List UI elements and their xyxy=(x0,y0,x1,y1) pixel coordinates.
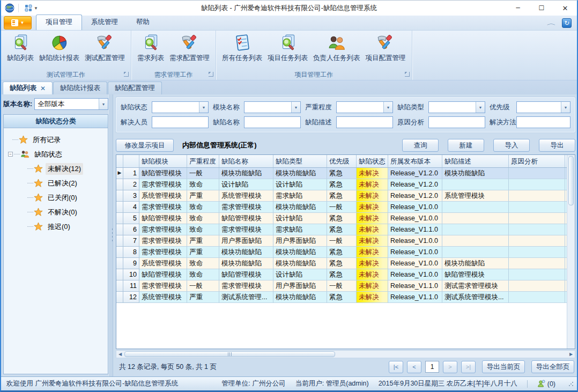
table-row[interactable]: 11 需求管理模块 一般 需求管理模块 用户界面缺陷 一般 未解决 Releas… xyxy=(116,280,567,292)
owner-tasks-button[interactable]: 负责人任务列表 xyxy=(310,33,363,64)
table-row[interactable]: 3 系统管理模块 严重 系统管理模块 需求缺陷 紧急 未解决 Release_V… xyxy=(116,190,567,202)
chevron-down-icon[interactable]: ▼ xyxy=(383,102,392,113)
table-row[interactable]: ▶ 1 缺陷管理模块 一般 模块功能缺陷 模块功能缺陷 紧急 未解决 Relea… xyxy=(116,168,567,179)
tree-item-closed[interactable]: 已关闭(0) xyxy=(7,190,106,205)
chevron-down-icon[interactable]: ▼ xyxy=(199,102,208,113)
requirement-list-button[interactable]: 需求列表 xyxy=(135,33,167,64)
chevron-down-icon[interactable]: ▼ xyxy=(476,102,485,113)
app-menu-button[interactable]: ▼ xyxy=(4,16,32,29)
resize-grip[interactable] xyxy=(568,381,574,387)
tree-item-postponed[interactable]: 推迟(0) xyxy=(7,219,106,234)
project-config-button[interactable]: 项目配置管理 xyxy=(363,33,409,64)
quick-access-toolbar-button[interactable]: ▼ xyxy=(23,3,40,13)
column-header[interactable]: 缺陷模块 xyxy=(139,155,187,167)
doc-tab-defect-report[interactable]: 缺陷统计报表 xyxy=(53,82,107,94)
defect-desc-filter-input[interactable] xyxy=(336,116,393,128)
managing-org: 管理单位: 广州分公司 xyxy=(221,379,285,388)
horizontal-scrollbar[interactable]: ◀ ▶ xyxy=(116,350,575,358)
modify-columns-button[interactable]: 修改显示项目 xyxy=(116,139,174,152)
sidebar: 版本名称: 全部版本 ▼ 缺陷状态分类 所有记录 − xyxy=(1,94,108,376)
collapse-minus-icon[interactable]: − xyxy=(8,152,13,157)
column-header[interactable]: 缺陷描述 xyxy=(442,155,509,167)
import-button[interactable]: 导入 xyxy=(493,139,530,152)
close-button[interactable]: ✕ xyxy=(553,1,577,16)
query-button[interactable]: 查询 xyxy=(402,139,439,152)
table-row[interactable]: 9 系统管理模块 致命 模块功能缺陷 模块功能缺陷 紧急 未解决 Release… xyxy=(116,258,567,269)
all-tasks-button[interactable]: 所有任务列表 xyxy=(219,33,265,64)
column-header[interactable]: 缺陷状态 xyxy=(357,155,388,167)
cause-analysis-filter-input[interactable] xyxy=(428,116,485,128)
defect-status-filter-select[interactable]: ▼ xyxy=(152,101,209,113)
test-config-button[interactable]: 测试配置管理 xyxy=(82,33,128,64)
module-name-filter-select[interactable]: ▼ xyxy=(244,101,301,113)
defect-status-panel: 缺陷状态分类 所有记录 − 缺陷状态 xyxy=(3,114,108,374)
prev-page-button[interactable]: < xyxy=(407,361,421,373)
scrollbar-thumb[interactable] xyxy=(124,351,335,357)
welcome-text: 欢迎使用 广州爱奇迪软件科技有限公司-缺陷信息管理系统 xyxy=(6,379,178,388)
ribbon-tab-help[interactable]: 帮助 xyxy=(127,15,159,30)
severity-filter-select[interactable]: ▼ xyxy=(336,101,393,113)
column-header[interactable]: 缺陷名称 xyxy=(219,155,273,167)
tree-item-unresolved[interactable]: 未解决(12) xyxy=(7,161,106,176)
next-page-button[interactable]: > xyxy=(443,361,457,373)
new-button[interactable]: 新建 xyxy=(448,139,484,152)
defect-report-button[interactable]: 缺陷统计报表 xyxy=(36,33,82,64)
chevron-down-icon[interactable]: ▼ xyxy=(561,102,570,113)
doc-tab-defect-config[interactable]: 缺陷配置管理 xyxy=(108,82,162,94)
page-number-input[interactable] xyxy=(425,361,439,373)
chevron-down-icon[interactable]: ▼ xyxy=(99,99,108,109)
filter-label: 解决人员 xyxy=(121,118,152,127)
row-number: 9 xyxy=(123,258,139,269)
scroll-left-arrow-icon[interactable]: ◀ xyxy=(116,352,124,357)
export-all-pages-button[interactable]: 导出全部页 xyxy=(531,360,574,373)
doc-tab-defect-list[interactable]: 缺陷列表 ✕ xyxy=(3,82,53,94)
column-header[interactable]: 所属发布版本 xyxy=(388,155,442,167)
project-tasks-button[interactable]: 项目任务列表 xyxy=(265,33,310,64)
scroll-right-arrow-icon[interactable]: ▶ xyxy=(567,352,575,357)
tree-item-resolved[interactable]: 已解决(2) xyxy=(7,176,106,190)
column-header[interactable]: 严重程度 xyxy=(187,155,219,167)
version-select[interactable]: 全部版本 ▼ xyxy=(34,98,108,110)
ribbon-tab-project[interactable]: 项目管理 xyxy=(36,14,82,30)
dialog-launcher-icon[interactable] xyxy=(124,72,129,77)
defect-list-button[interactable]: 缺陷列表 xyxy=(4,33,36,64)
minimize-button[interactable]: ─ xyxy=(506,1,530,16)
collapse-ribbon-chevron-icon[interactable]: ︿ xyxy=(547,19,557,27)
table-row[interactable]: 2 需求管理模块 致命 设计缺陷 设计缺陷 紧急 未解决 Release_V1.… xyxy=(116,179,567,190)
tree-item-wont-fix[interactable]: 不解决(0) xyxy=(7,205,106,219)
tree-item-defect-status[interactable]: − 缺陷状态 xyxy=(7,147,106,161)
chevron-down-icon[interactable]: ▼ xyxy=(291,102,300,113)
export-current-page-button[interactable]: 导出当前页 xyxy=(482,360,525,373)
dialog-launcher-icon[interactable] xyxy=(209,72,213,77)
table-row[interactable]: 12 系统管理模块 严重 测试系统管理... 模块功能缺陷 紧急 未解决 Rel… xyxy=(116,292,567,303)
defect-name-filter-input[interactable] xyxy=(244,116,301,128)
table-row[interactable]: 6 需求管理模块 致命 需求管理模块 需求缺陷 紧急 未解决 Release_V… xyxy=(116,224,567,235)
first-page-button[interactable]: |< xyxy=(389,361,403,373)
table-row[interactable]: 5 缺陷管理模块 致命 缺陷管理模块 设计缺陷 紧急 未解决 Release_V… xyxy=(116,213,567,224)
table-row[interactable]: 7 需求管理模块 严重 用户界面缺陷 用户界面缺陷 一般 未解决 Release… xyxy=(116,235,567,247)
help-icon[interactable]: ↻ xyxy=(562,18,572,28)
tree-item-all-records[interactable]: 所有记录 xyxy=(7,132,106,147)
resolver-filter-input[interactable] xyxy=(152,116,209,128)
column-header[interactable]: 原因分析 xyxy=(509,155,565,167)
close-tab-icon[interactable]: ✕ xyxy=(40,85,46,92)
ribbon-tab-system[interactable]: 系统管理 xyxy=(82,15,127,30)
priority-filter-select[interactable]: ▼ xyxy=(516,101,570,113)
sidebar-splitter[interactable] xyxy=(108,94,113,376)
column-header[interactable]: 缺陷类型 xyxy=(273,155,327,167)
scrollbar-thumb[interactable] xyxy=(568,156,574,205)
requirement-config-button[interactable]: 需求配置管理 xyxy=(167,33,212,64)
maximize-button[interactable]: ☐ xyxy=(530,1,553,16)
vertical-scrollbar[interactable] xyxy=(567,155,575,349)
messages-indicator[interactable]: (0) xyxy=(537,380,555,388)
last-page-button[interactable]: >| xyxy=(461,361,476,373)
column-header[interactable]: 优先级 xyxy=(327,155,357,167)
table-row[interactable]: 8 需求管理模块 严重 模块功能缺陷 模块功能缺陷 紧急 未解决 Release… xyxy=(116,247,567,258)
table-row[interactable]: 4 需求管理模块 致命 需求管理模块 模块功能缺陷 一般 未解决 Release… xyxy=(116,202,567,213)
export-button[interactable]: 导出 xyxy=(539,139,575,152)
table-row[interactable]: 10 缺陷管理模块 致命 缺陷管理模块 设计缺陷 紧急 未解决 Release_… xyxy=(116,269,567,280)
solution-filter-input[interactable] xyxy=(516,116,570,128)
dialog-launcher-icon[interactable] xyxy=(405,72,410,77)
title-bar: ▼ 缺陷列表 - 广州爱奇迪软件科技有限公司-缺陷信息管理系统 ─ ☐ ✕ xyxy=(1,1,577,16)
defect-type-filter-select[interactable]: ▼ xyxy=(428,101,485,113)
